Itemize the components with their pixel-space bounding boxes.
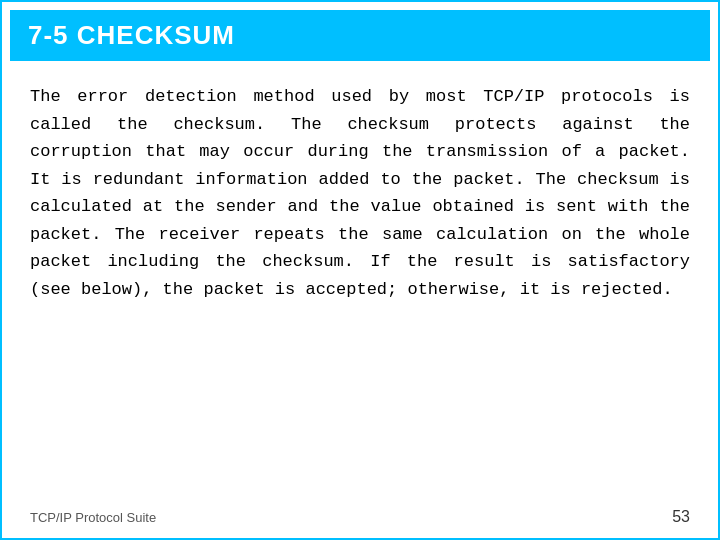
slide-container: 7-5 CHECKSUM The error detection method …	[0, 0, 720, 540]
header-bar: 7-5 CHECKSUM	[10, 10, 710, 61]
footer-label: TCP/IP Protocol Suite	[30, 510, 156, 525]
body-text: The error detection method used by most …	[30, 83, 690, 303]
footer: TCP/IP Protocol Suite 53	[30, 508, 690, 526]
footer-page-number: 53	[672, 508, 690, 526]
slide-title: 7-5 CHECKSUM	[28, 20, 235, 50]
content-area: The error detection method used by most …	[2, 61, 718, 313]
